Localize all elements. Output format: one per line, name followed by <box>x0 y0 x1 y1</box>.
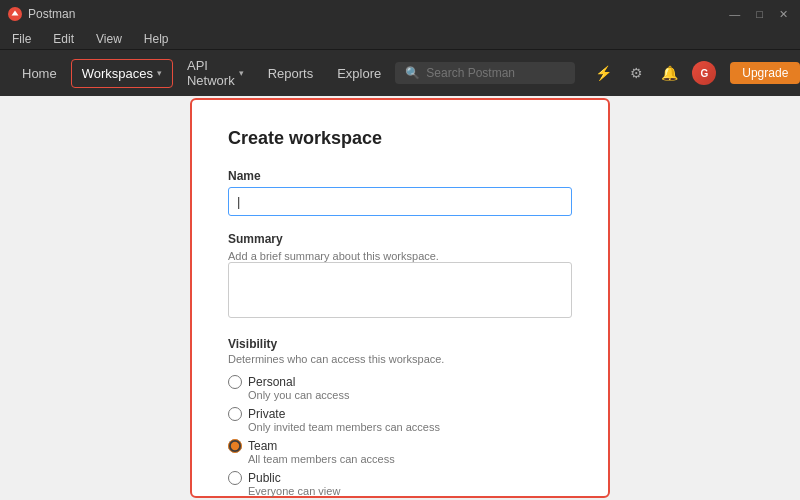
maximize-button[interactable]: □ <box>752 8 767 20</box>
nav-explore[interactable]: Explore <box>327 60 391 87</box>
minimize-button[interactable]: — <box>725 8 744 20</box>
avatar[interactable]: G <box>692 61 716 85</box>
nav-reports[interactable]: Reports <box>258 60 324 87</box>
name-field-group: Name <box>228 169 572 216</box>
name-label: Name <box>228 169 572 183</box>
upgrade-button[interactable]: Upgrade <box>730 62 800 84</box>
nav-api-network[interactable]: API Network ▾ <box>177 52 254 94</box>
visibility-title: Visibility <box>228 337 572 351</box>
visibility-hint: Determines who can access this workspace… <box>228 353 572 365</box>
radio-private-label: Private <box>248 407 285 421</box>
menu-help[interactable]: Help <box>140 32 173 46</box>
summary-input[interactable] <box>228 262 572 318</box>
radio-team-label: Team <box>248 439 277 453</box>
menu-file[interactable]: File <box>8 32 35 46</box>
settings-icon[interactable]: ⚙ <box>626 63 647 83</box>
search-box[interactable]: 🔍 <box>395 62 575 84</box>
create-workspace-modal: Create workspace Name Summary Add a brie… <box>190 98 610 498</box>
modal-overlay: Create workspace Name Summary Add a brie… <box>20 116 780 480</box>
nav-workspaces[interactable]: Workspaces ▾ <box>71 59 173 88</box>
summary-hint: Add a brief summary about this workspace… <box>228 250 572 262</box>
radio-team-input[interactable] <box>228 439 242 453</box>
app-icon <box>8 7 22 21</box>
radio-personal-label: Personal <box>248 375 295 389</box>
radio-private: Private Only invited team members can ac… <box>228 407 572 433</box>
workspaces-label: Workspaces <box>82 66 153 81</box>
visibility-radio-group: Personal Only you can access Private Onl… <box>228 375 572 499</box>
api-network-label: API Network <box>187 58 235 88</box>
radio-personal-sublabel: Only you can access <box>248 389 572 401</box>
search-icon: 🔍 <box>405 66 420 80</box>
main-content: Create workspace Name Summary Add a brie… <box>0 96 800 500</box>
visibility-section: Visibility Determines who can access thi… <box>228 337 572 499</box>
modal-title: Create workspace <box>228 128 572 149</box>
nav-home[interactable]: Home <box>12 60 67 87</box>
window-controls[interactable]: — □ ✕ <box>725 8 792 21</box>
close-button[interactable]: ✕ <box>775 8 792 21</box>
radio-team-sublabel: All team members can access <box>248 453 572 465</box>
radio-team: Team All team members can access <box>228 439 572 465</box>
workspaces-chevron: ▾ <box>157 68 162 78</box>
radio-public: Public Everyone can view <box>228 471 572 497</box>
menu-edit[interactable]: Edit <box>49 32 78 46</box>
name-input[interactable] <box>228 187 572 216</box>
title-bar: Postman — □ ✕ <box>0 0 800 28</box>
radio-private-input[interactable] <box>228 407 242 421</box>
radio-private-sublabel: Only invited team members can access <box>248 421 572 433</box>
toolbar: Home Workspaces ▾ API Network ▾ Reports … <box>0 50 800 96</box>
satellite-icon[interactable]: ⚡ <box>591 63 616 83</box>
radio-personal-input[interactable] <box>228 375 242 389</box>
radio-personal: Personal Only you can access <box>228 375 572 401</box>
summary-label: Summary <box>228 232 572 246</box>
toolbar-icons: ⚡ ⚙ 🔔 G Upgrade ▾ <box>591 61 800 85</box>
search-input[interactable] <box>426 66 566 80</box>
menu-view[interactable]: View <box>92 32 126 46</box>
notification-icon[interactable]: 🔔 <box>657 63 682 83</box>
summary-field-group: Summary Add a brief summary about this w… <box>228 232 572 321</box>
radio-public-label: Public <box>248 471 281 485</box>
app-title: Postman <box>28 7 75 21</box>
api-network-chevron: ▾ <box>239 68 244 78</box>
radio-public-sublabel: Everyone can view <box>248 485 572 497</box>
menu-bar: File Edit View Help <box>0 28 800 50</box>
radio-public-input[interactable] <box>228 471 242 485</box>
